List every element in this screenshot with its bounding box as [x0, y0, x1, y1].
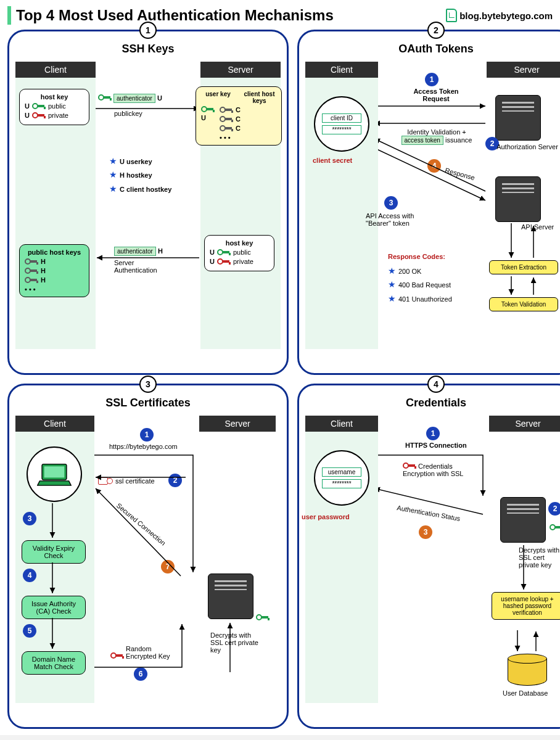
panel-title: Credentials — [305, 397, 560, 409]
server-header: Server — [199, 416, 276, 432]
domain-check-box: Domain Name Match Check — [22, 651, 86, 675]
user-password-label: user password — [302, 513, 350, 520]
server-icon — [500, 497, 546, 543]
panel-title: SSH Keys — [15, 43, 281, 56]
key-icon — [201, 106, 215, 112]
token-extraction-box: Token Extraction — [489, 260, 558, 274]
panel-title: SSL Certificates — [15, 397, 281, 409]
svg-rect-11 — [44, 466, 65, 477]
server-header: Server — [487, 62, 560, 78]
panel-title: OAuth Tokens — [305, 43, 560, 56]
client-header: Client — [305, 62, 378, 78]
public-hostkeys-box: public host keys H H H • • • — [19, 244, 89, 297]
step-badge-6: 6 — [134, 667, 147, 681]
panel-number: 1 — [139, 22, 157, 39]
source-text: blog.bytebytego.com — [459, 10, 553, 21]
page-header: Top 4 Most Used Authentication Mechanism… — [7, 6, 553, 25]
token-validation-box: Token Validation — [489, 297, 558, 311]
step-badge-1: 1 — [140, 428, 154, 442]
key-icon — [110, 652, 124, 659]
file-icon — [446, 9, 457, 22]
key-icon — [98, 94, 112, 101]
panel-ssl: 3 SSL Certificates Client 3 Validity Exp… — [7, 384, 289, 729]
username-field: username — [322, 467, 361, 477]
panel-number: 2 — [427, 22, 445, 39]
laptop-icon — [27, 446, 82, 502]
client-id-field: client ID — [322, 113, 361, 123]
auth-label2: authenticator H — [114, 247, 163, 256]
response-codes: ★200 OK ★400 Bad Request ★401 Unauthoriz… — [388, 264, 452, 305]
key-icon — [217, 258, 231, 265]
client-header: Client — [305, 416, 378, 432]
key-icon — [25, 277, 38, 283]
client-header: Client — [15, 62, 96, 78]
step-badge-7: 7 — [161, 560, 175, 574]
key-icon — [403, 462, 416, 469]
credentials-circle: username ******** — [314, 450, 369, 506]
api-server-icon — [495, 176, 541, 222]
auth-label: authenticator U — [98, 94, 162, 103]
certificate-icon — [98, 477, 113, 485]
key-icon — [220, 125, 233, 131]
key-icon — [256, 614, 270, 620]
client-secret-label: client secret — [313, 157, 352, 164]
panel-oauth: 2 OAuth Tokens Client client ID ********… — [297, 30, 560, 375]
step-badge-1: 1 — [425, 73, 439, 86]
step-badge-3: 3 — [23, 512, 36, 525]
client-header: Client — [15, 416, 94, 432]
page-title: Top 4 Most Used Authentication Mechanism… — [16, 7, 446, 24]
step-badge-3: 3 — [419, 525, 432, 539]
step-badge-4: 4 — [427, 159, 441, 173]
panel-number: 4 — [427, 376, 445, 393]
database-icon — [508, 654, 547, 687]
step-badge-4: 4 — [23, 569, 36, 582]
key-icon — [25, 268, 38, 274]
key-icon — [220, 107, 233, 113]
lookup-box: username lookup + hashed password verifi… — [492, 592, 560, 620]
validity-check-box: Validity Expiry Check — [22, 540, 86, 564]
source-link: blog.bytebytego.com — [446, 9, 553, 22]
server-hostkey-box: host key Upublic Uprivate — [204, 235, 274, 271]
server-header: Server — [200, 62, 281, 78]
server-icon — [208, 574, 253, 619]
step-badge-5: 5 — [23, 624, 36, 638]
panel-ssh-keys: 1 SSH Keys Client host key Upublic Upriv… — [7, 30, 289, 375]
client-hostkey-box: host key Upublic Uprivate — [19, 89, 89, 125]
step-badge-1: 1 — [426, 427, 440, 440]
key-icon — [217, 249, 231, 255]
ca-check-box: Issue Authority (CA) Check — [22, 596, 86, 619]
key-icon — [25, 258, 38, 265]
server-keys-box: user keyclient host keys U C C C — [196, 86, 282, 146]
key-icon — [220, 116, 233, 122]
step-badge-3: 3 — [384, 196, 398, 210]
key-icon — [32, 112, 46, 118]
accent-bar — [7, 6, 11, 25]
step-badge-2: 2 — [168, 474, 182, 487]
panel-number: 3 — [139, 376, 157, 393]
password-field: ******** — [322, 479, 361, 488]
key-icon — [550, 524, 560, 530]
client-secret-field: ******** — [322, 125, 361, 134]
ssh-legend: ★U userkey ★H hostkey ★C client hostkey — [109, 154, 171, 195]
step-badge-2: 2 — [548, 502, 560, 516]
server-header: Server — [489, 416, 560, 432]
key-icon — [32, 103, 46, 109]
client-credentials-circle: client ID ******** — [314, 96, 369, 152]
authorization-server-icon — [495, 95, 541, 141]
panel-credentials: 4 Credentials Client username ******** u… — [297, 384, 560, 729]
